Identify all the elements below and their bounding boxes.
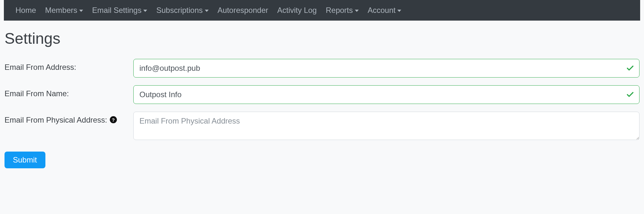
navbar: Home Members Email Settings Subscription… — [4, 0, 640, 21]
email-from-address-input[interactable] — [133, 59, 639, 78]
field-wrap — [133, 112, 639, 141]
caret-down-icon — [79, 10, 83, 12]
nav-label: Activity Log — [277, 6, 317, 15]
caret-down-icon — [397, 10, 401, 12]
nav-item-activity-log[interactable]: Activity Log — [277, 6, 317, 15]
help-icon[interactable]: ? — [110, 116, 117, 123]
nav-label: Members — [45, 6, 77, 15]
field-wrap — [133, 59, 639, 78]
email-from-name-input[interactable] — [133, 85, 639, 104]
submit-button[interactable]: Submit — [5, 152, 45, 168]
caret-down-icon — [205, 10, 209, 12]
nav-item-home[interactable]: Home — [15, 6, 36, 15]
caret-down-icon — [143, 10, 147, 12]
field-wrap — [133, 85, 639, 104]
label-email-from-name: Email From Name: — [5, 85, 133, 98]
nav-item-account[interactable]: Account — [368, 6, 402, 15]
label-email-from-physical-address: Email From Physical Address: ? — [5, 112, 133, 125]
nav-label: Home — [15, 6, 36, 15]
label-text: Email From Physical Address: — [5, 116, 107, 125]
nav-label: Subscriptions — [156, 6, 203, 15]
form-row-email-from-address: Email From Address: — [5, 59, 639, 78]
form-row-email-from-physical-address: Email From Physical Address: ? — [5, 112, 639, 141]
nav-item-members[interactable]: Members — [45, 6, 83, 15]
label-email-from-address: Email From Address: — [5, 59, 133, 72]
nav-label: Account — [368, 6, 396, 15]
nav-label: Reports — [326, 6, 353, 15]
nav-item-autoresponder[interactable]: Autoresponder — [218, 6, 268, 15]
page-title: Settings — [5, 30, 639, 47]
form-row-email-from-name: Email From Name: — [5, 85, 639, 104]
nav-item-reports[interactable]: Reports — [326, 6, 359, 15]
nav-item-subscriptions[interactable]: Subscriptions — [156, 6, 208, 15]
nav-label: Autoresponder — [218, 6, 268, 15]
caret-down-icon — [355, 10, 359, 12]
nav-item-email-settings[interactable]: Email Settings — [92, 6, 147, 15]
page-content: Settings Email From Address: Email From … — [0, 21, 644, 178]
email-from-physical-address-input[interactable] — [133, 112, 639, 140]
nav-label: Email Settings — [92, 6, 141, 15]
